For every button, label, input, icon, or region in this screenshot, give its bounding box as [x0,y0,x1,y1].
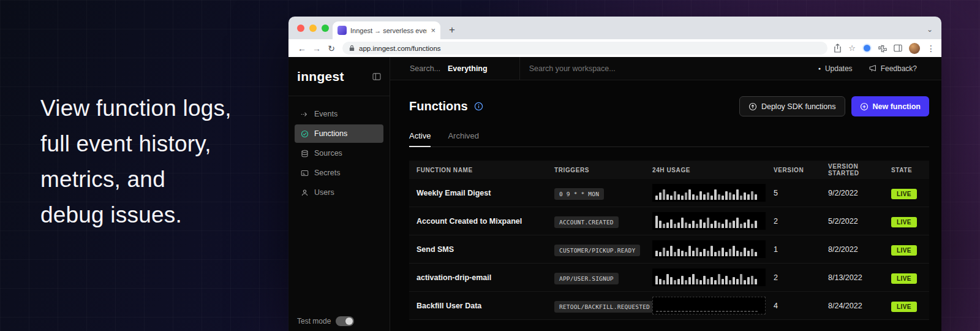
browser-tabstrip: Inngest → serverless event-dri × + ⌄ [288,17,941,39]
table-row[interactable]: Send SMS CUSTOMER/PICKUP.READY 1 8/2/202… [409,235,929,264]
url-text: app.inngest.com/functions [359,45,441,52]
maximize-window-button[interactable] [322,25,329,32]
users-icon [301,189,309,197]
sidebar: inngest Events Functions Sources [288,57,390,331]
info-icon[interactable] [474,102,483,111]
side-panel-icon[interactable] [894,44,902,52]
window-controls [297,25,329,32]
tab-active[interactable]: Active [409,131,431,147]
function-name[interactable]: Backfill User Data [409,302,554,310]
function-tabs: Active Archived [409,131,929,147]
function-name[interactable]: Send SMS [409,245,554,254]
column-header-function-name: FUNCTION NAME [409,167,554,173]
state-badge: LIVE [891,273,917,284]
table-header: FUNCTION NAME TRIGGERS 24H USAGE VERSION… [409,161,929,179]
column-header-24h-usage: 24H USAGE [652,167,774,173]
back-button[interactable]: ← [295,44,309,53]
updates-button[interactable]: ● Updates [818,64,853,73]
sidebar-nav: Events Functions Sources Secrets Users [288,96,390,211]
toolbar-icons: ☆ ⋮ [834,43,935,54]
tab-archived[interactable]: Archived [448,131,479,146]
minimize-window-button[interactable] [309,25,317,32]
new-function-button[interactable]: New function [851,96,929,116]
table-row[interactable]: Weekly Email Digest 0 9 * * MON 5 9/2/20… [409,179,929,207]
hero-line: metrics, and [40,162,232,197]
deploy-icon [748,102,757,111]
forward-button[interactable]: → [309,44,324,53]
column-header-triggers: TRIGGERS [554,167,652,173]
version: 1 [774,245,828,254]
close-tab-icon[interactable]: × [431,26,435,34]
bookmark-star-icon[interactable]: ☆ [848,44,856,52]
version-started: 8/24/2022 [828,302,891,310]
search-scope[interactable]: Everything [448,64,488,73]
events-icon [301,110,309,118]
usage-sparkline [652,240,766,258]
hero-text: View function logs, full event history, … [40,91,232,233]
topbar-right: ● Updates Feedback? [818,64,917,73]
sidebar-item-label: Secrets [314,169,340,177]
extensions-puzzle-icon[interactable] [878,44,887,53]
lock-icon [349,45,355,51]
share-icon[interactable] [834,44,842,53]
chevron-down-icon[interactable]: ⌄ [927,26,933,33]
state-badge: LIVE [891,302,917,312]
version: 2 [774,273,828,282]
version-started: 8/13/2022 [828,273,891,282]
browser-tab[interactable]: Inngest → serverless event-dri × [333,21,440,39]
extension-icon[interactable] [862,44,872,53]
table-row[interactable]: activation-drip-email APP/USER.SIGNUP 2 … [409,264,929,292]
function-name[interactable]: Weekly Email Digest [409,189,554,197]
reload-button[interactable]: ↻ [324,44,339,53]
sidebar-item-events[interactable]: Events [295,105,383,123]
feedback-label: Feedback? [881,64,917,73]
feedback-button[interactable]: Feedback? [869,64,917,73]
content-column: Search... Everything Search your workspa… [390,57,941,331]
hero-line: debug issues. [40,197,232,233]
secrets-icon [301,169,309,177]
close-window-button[interactable] [297,25,304,32]
main-content: Functions Deploy SDK functions New funct… [390,80,941,331]
inngest-logo: inngest [297,69,344,84]
function-name[interactable]: Account Created to Mixpanel [409,217,554,226]
new-tab-button[interactable]: + [449,25,455,35]
hero-line: View function logs, [40,91,232,126]
sidebar-item-functions[interactable]: Functions [295,124,383,143]
column-header-version: VERSION [774,167,828,173]
sidebar-item-label: Functions [314,129,347,138]
updates-dot-icon: ● [818,66,821,70]
new-function-button-label: New function [873,102,921,111]
table-row[interactable]: Account Created to Mixpanel ACCOUNT.CREA… [409,207,929,235]
workspace-search-input[interactable]: Search your workspace... [529,64,616,73]
sidebar-item-users[interactable]: Users [295,183,383,202]
test-mode-label: Test mode [297,317,331,325]
browser-window: Inngest → serverless event-dri × + ⌄ ← →… [288,17,941,331]
sidebar-item-label: Events [314,110,337,118]
trigger-badge: CUSTOMER/PICKUP.READY [554,245,640,256]
updates-label: Updates [825,64,853,73]
usage-sparkline [652,268,766,286]
trigger-badge: ACCOUNT.CREATED [554,216,619,228]
browser-menu-icon[interactable]: ⋮ [927,44,935,53]
version: 4 [774,302,828,310]
test-mode-control: Test mode [297,316,354,326]
table-row[interactable]: Backfill User Data RETOOL/BACKFILL.REQUE… [409,292,929,320]
address-bar[interactable]: app.inngest.com/functions [342,42,827,55]
usage-sparkline [652,297,766,314]
megaphone-icon [869,64,876,72]
trigger-badge: 0 9 * * MON [554,188,604,200]
global-search[interactable]: Search... [410,64,440,73]
collapse-sidebar-icon[interactable] [372,73,381,80]
function-name[interactable]: activation-drip-email [409,273,554,282]
trigger-badge: RETOOL/BACKFILL.REQUESTED [554,301,655,313]
profile-avatar[interactable] [909,43,920,54]
sidebar-item-sources[interactable]: Sources [295,144,383,162]
toggle-knob [345,318,353,325]
test-mode-toggle[interactable] [336,316,354,326]
functions-icon [301,130,309,138]
title-row: Functions Deploy SDK functions New funct… [409,96,929,116]
deploy-sdk-functions-button[interactable]: Deploy SDK functions [739,96,845,116]
sidebar-item-secrets[interactable]: Secrets [295,164,383,182]
state-badge: LIVE [891,245,917,256]
column-header-state: STATE [891,167,929,173]
